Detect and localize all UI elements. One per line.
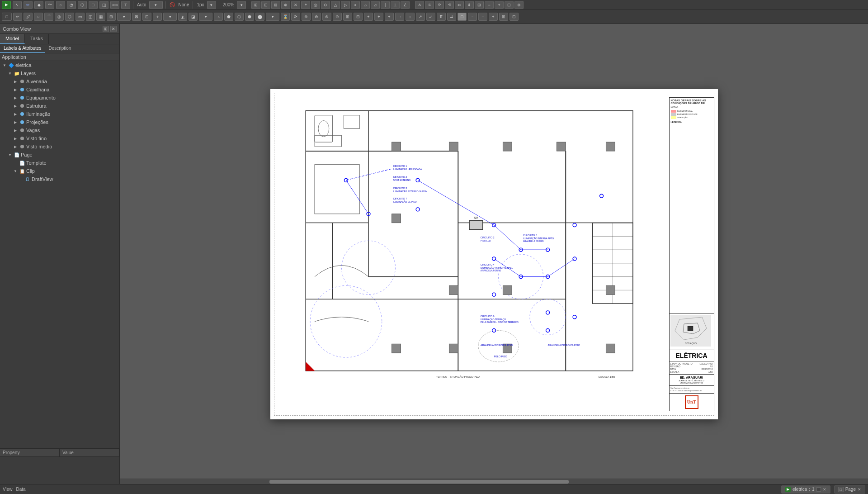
mod-btn-6[interactable]: ⇕ xyxy=(465,1,474,9)
arrow-estrutura[interactable]: ▶ xyxy=(13,103,18,109)
draw-btn-35[interactable]: + xyxy=(374,13,383,21)
mod-btn-10[interactable]: ⊡ xyxy=(505,1,514,9)
snap-btn-16[interactable]: ∠ xyxy=(401,1,410,9)
tree-item-eletrica[interactable]: ▼ 🔷 eletrica xyxy=(0,61,119,69)
arrow-projecoes[interactable]: ▶ xyxy=(13,119,18,125)
draw-btn-27[interactable]: ⟳ xyxy=(291,13,300,21)
draw-btn-39[interactable]: ↗ xyxy=(416,13,425,21)
bottom-scrollbar[interactable] xyxy=(120,479,868,484)
snap-btn-14[interactable]: ∥ xyxy=(381,1,390,9)
arrow-equipamento[interactable]: ▶ xyxy=(13,95,18,100)
mod-btn-11[interactable]: ⊗ xyxy=(514,1,524,9)
draw-btn-32[interactable]: ⊞ xyxy=(343,13,352,21)
draw-btn-26[interactable]: ⌛ xyxy=(281,13,290,21)
draw-btn-9[interactable]: ◫ xyxy=(86,13,95,21)
tree-item-equipamento[interactable]: ▶ Equipamento xyxy=(0,94,119,102)
arrow-alvenaria[interactable]: ▶ xyxy=(13,79,18,84)
pixel-dropdown[interactable]: ▾ xyxy=(207,1,216,9)
arrow-clip[interactable]: ▼ xyxy=(13,168,18,174)
tree-item-page[interactable]: ▼ 📄 Page xyxy=(0,151,119,159)
arrow-vagas[interactable]: ▶ xyxy=(13,128,18,133)
tree-item-clip[interactable]: ▼ 📋 Clip xyxy=(0,167,119,175)
tree-item-visto-fino[interactable]: ▶ Visto fino xyxy=(0,134,119,142)
mod-btn-7[interactable]: ⊞ xyxy=(475,1,484,9)
tree-item-layers[interactable]: ▼ 📁 Layers xyxy=(0,69,119,77)
tree-item-template[interactable]: 📄 Template xyxy=(0,159,119,167)
arrow-page[interactable]: ▼ xyxy=(7,152,13,157)
status-tab-page[interactable]: □ Page ✕ xyxy=(834,485,865,494)
draw-btn-29[interactable]: ⊛ xyxy=(312,13,321,21)
mod-btn-8[interactable]: − xyxy=(485,1,494,9)
tool-polygon[interactable]: ⬡ xyxy=(78,1,87,9)
snap-btn-3[interactable]: ⊠ xyxy=(271,1,280,9)
draw-btn-25[interactable]: ▾ xyxy=(266,13,279,21)
tool-circle[interactable]: ○ xyxy=(56,1,65,9)
cv-float-btn[interactable]: ⊞ xyxy=(103,26,109,32)
tool-3d[interactable]: ◫ xyxy=(99,1,108,9)
tool-arc[interactable]: ◔ xyxy=(67,1,76,9)
snap-btn-1[interactable]: ⊞ xyxy=(251,1,260,9)
draw-btn-30[interactable]: ⊜ xyxy=(322,13,331,21)
draw-btn-21[interactable]: ⬟ xyxy=(224,13,233,21)
draw-btn-13[interactable]: ⊠ xyxy=(132,13,141,21)
draw-btn-43[interactable]: □ xyxy=(458,13,467,21)
zoom-dropdown[interactable]: ▾ xyxy=(237,1,246,9)
draw-btn-36[interactable]: + xyxy=(385,13,394,21)
draw-btn-17[interactable]: ◭ xyxy=(178,13,187,21)
draw-btn-40[interactable]: ↙ xyxy=(426,13,435,21)
tool-measure[interactable]: ⟺ xyxy=(110,1,119,9)
snap-btn-8[interactable]: ⊙ xyxy=(321,1,330,9)
tool-cursor[interactable]: ↖ xyxy=(13,1,22,9)
snap-btn-6[interactable]: ⌖ xyxy=(301,1,310,9)
arrow-layers[interactable]: ▼ xyxy=(7,71,13,76)
snap-btn-2[interactable]: ⊡ xyxy=(261,1,270,9)
tree-item-vagas[interactable]: ▶ Vagas xyxy=(0,126,119,134)
draw-btn-16[interactable]: ▾ xyxy=(163,13,177,21)
tool-rect[interactable]: □ xyxy=(89,1,98,9)
draw-btn-10[interactable]: ▦ xyxy=(96,13,105,21)
tool-pencil[interactable]: ✏ xyxy=(24,1,33,9)
mod-btn-3[interactable]: ⟳ xyxy=(435,1,444,9)
tree-item-estrutura[interactable]: ▶ Estrutura xyxy=(0,102,119,110)
draw-btn-38[interactable]: ↕ xyxy=(406,13,415,21)
tree-item-projecoes[interactable]: ▶ Projeções xyxy=(0,118,119,126)
status-data[interactable]: Data xyxy=(16,487,26,492)
draw-btn-46[interactable]: + xyxy=(489,13,498,21)
draw-btn-18[interactable]: ◪ xyxy=(189,13,198,21)
scroll-thumb[interactable] xyxy=(269,480,569,484)
mod-btn-1[interactable]: A xyxy=(415,1,424,9)
tree-item-visto-medio[interactable]: ▶ Visto medio xyxy=(0,142,119,151)
tab-close-eletrica[interactable]: ✕ xyxy=(823,487,826,492)
tree-item-draftview[interactable]: 🗒 DraftView xyxy=(0,175,119,183)
draw-btn-48[interactable]: ⊡ xyxy=(509,13,519,21)
arrow-caixilharia[interactable]: ▶ xyxy=(13,87,18,92)
status-tab-eletrica[interactable]: ▶ eletrica : 1 ✕ xyxy=(781,485,830,494)
mod-btn-2[interactable]: S xyxy=(425,1,434,9)
arrow-visto-medio[interactable]: ▶ xyxy=(13,144,18,149)
draw-btn-45[interactable]: − xyxy=(478,13,487,21)
draw-btn-3[interactable]: 🖊 xyxy=(24,13,33,21)
tab-tasks[interactable]: Tasks xyxy=(25,34,49,44)
tree-item-alvenaria[interactable]: ▶ Alvenaria xyxy=(0,77,119,86)
tab-model[interactable]: Model xyxy=(0,34,25,44)
arrow-iluminacao[interactable]: ▶ xyxy=(13,111,18,117)
draw-btn-5[interactable]: ⌒ xyxy=(44,13,53,21)
snap-btn-5[interactable]: ✕ xyxy=(291,1,300,9)
draw-btn-7[interactable]: ⬡ xyxy=(65,13,74,21)
tab-description[interactable]: Description xyxy=(45,44,75,53)
draw-btn-12[interactable]: ▾ xyxy=(117,13,131,21)
mod-btn-9[interactable]: + xyxy=(495,1,504,9)
tree-item-caixilharia[interactable]: ▶ Caixilharia xyxy=(0,86,119,94)
arrow-visto-fino[interactable]: ▶ xyxy=(13,136,18,141)
arrow-eletrica[interactable]: ▼ xyxy=(2,62,7,68)
draw-btn-6[interactable]: ◎ xyxy=(55,13,64,21)
snap-btn-12[interactable]: ⌕ xyxy=(361,1,370,9)
draw-btn-37[interactable]: ↔ xyxy=(395,13,404,21)
tool-smooth[interactable]: 〜 xyxy=(45,1,54,9)
draw-btn-31[interactable]: ⊝ xyxy=(333,13,342,21)
snap-btn-4[interactable]: ⊕ xyxy=(281,1,290,9)
snap-btn-11[interactable]: ⋄ xyxy=(351,1,360,9)
draw-btn-42[interactable]: ⇊ xyxy=(447,13,456,21)
draw-btn-23[interactable]: ⬣ xyxy=(245,13,254,21)
draw-btn-4[interactable]: ○ xyxy=(34,13,43,21)
